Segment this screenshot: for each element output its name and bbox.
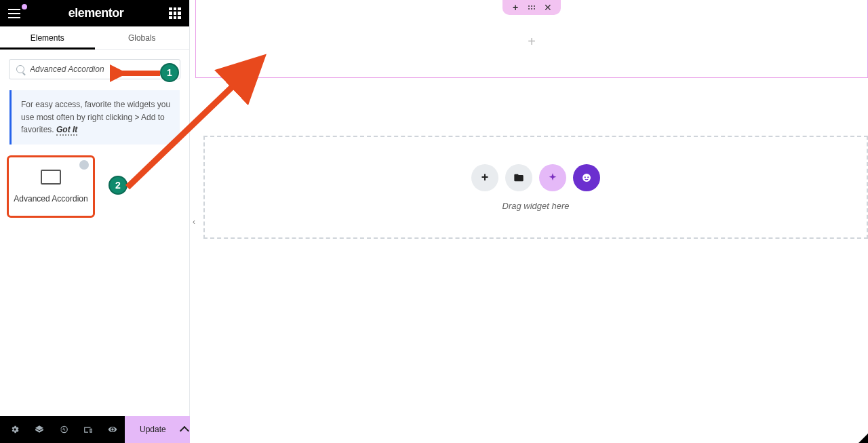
drag-dots-icon xyxy=(528,5,535,9)
search-field[interactable] xyxy=(9,59,180,79)
svg-point-2 xyxy=(587,176,589,178)
selected-section[interactable]: + ✕ + xyxy=(195,0,868,78)
section-add-button[interactable]: + xyxy=(511,3,520,12)
collapse-sidebar-handle[interactable]: ‹ xyxy=(190,208,198,235)
folder-icon xyxy=(513,172,524,183)
settings-button[interactable] xyxy=(3,416,27,443)
dropzone-hint: Drag widget here xyxy=(502,201,570,211)
svg-point-1 xyxy=(585,176,586,178)
widget-advanced-accordion[interactable]: Advanced Accordion xyxy=(7,155,95,218)
devices-icon xyxy=(83,425,93,434)
section-close-button[interactable]: ✕ xyxy=(543,3,553,12)
tip-text: For easy access, favorite the widgets yo… xyxy=(21,100,170,134)
apps-grid-button[interactable] xyxy=(169,7,181,20)
annotation-marker-2: 2 xyxy=(108,176,127,195)
update-label: Update xyxy=(140,425,166,434)
navigator-button[interactable] xyxy=(27,416,52,443)
sparkle-icon xyxy=(547,172,558,183)
eye-icon xyxy=(108,425,117,434)
search-input[interactable] xyxy=(30,64,173,74)
layers-icon xyxy=(35,425,44,434)
menu-button[interactable] xyxy=(8,6,23,21)
chevron-up-icon[interactable] xyxy=(180,426,189,436)
accordion-icon xyxy=(41,170,61,185)
sidebar-header: elementor xyxy=(0,0,189,26)
robot-icon xyxy=(580,172,593,184)
resize-notch-icon xyxy=(859,434,868,443)
footer-tools xyxy=(0,416,125,443)
add-widget-placeholder[interactable]: + xyxy=(528,34,536,50)
tip-gotit-link[interactable]: Got It xyxy=(56,125,77,136)
tab-elements[interactable]: Elements xyxy=(0,26,95,49)
annotation-marker-1: 1 xyxy=(160,63,179,82)
responsive-button[interactable] xyxy=(76,416,100,443)
notification-dot xyxy=(22,4,27,9)
dropzone-actions: + xyxy=(471,164,600,191)
widget-label: Advanced Accordion xyxy=(14,194,87,204)
template-library-button[interactable] xyxy=(505,164,532,191)
history-button[interactable] xyxy=(52,416,76,443)
widget-pro-badge-icon xyxy=(79,160,89,170)
history-icon xyxy=(59,425,68,434)
svg-point-0 xyxy=(583,174,591,182)
gear-icon xyxy=(10,425,20,434)
add-section-button[interactable]: + xyxy=(471,164,498,191)
preview-button[interactable] xyxy=(100,416,125,443)
update-button[interactable]: Update xyxy=(125,416,197,443)
new-section-dropzone[interactable]: + Drag widget here xyxy=(203,136,868,239)
tab-globals[interactable]: Globals xyxy=(95,26,190,49)
brand-logo: elementor xyxy=(68,6,124,20)
panel-tabs: Elements Globals xyxy=(0,26,189,50)
assistant-button[interactable] xyxy=(573,164,600,191)
editor-canvas: ‹ + ✕ + + xyxy=(190,0,868,443)
sidebar-footer: Update xyxy=(0,416,189,443)
section-handle[interactable]: + ✕ xyxy=(502,0,561,15)
section-drag-handle[interactable] xyxy=(527,3,536,12)
ai-button[interactable] xyxy=(539,164,566,191)
favorites-tip: For easy access, favorite the widgets yo… xyxy=(9,90,180,145)
search-icon xyxy=(16,65,24,73)
widget-results: Advanced Accordion xyxy=(0,153,189,220)
